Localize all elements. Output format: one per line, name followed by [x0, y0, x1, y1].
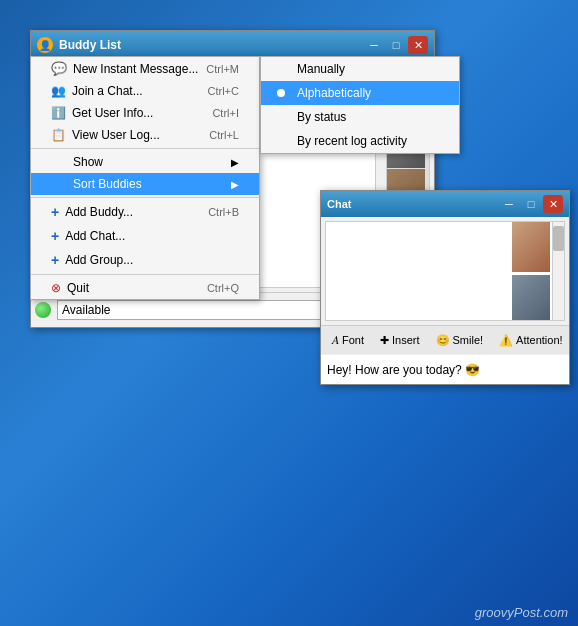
chat-messages-area: [325, 221, 565, 321]
add-group-icon: +: [51, 252, 59, 268]
view-log-label: View User Log...: [72, 128, 160, 142]
smile-button[interactable]: 😊 Smile!: [431, 331, 489, 350]
sort-alphabetically[interactable]: Alphabetically: [261, 81, 459, 105]
font-icon: 𝐴: [332, 333, 339, 347]
chat-input-area: Hey! How are you today? 😎: [321, 354, 569, 384]
separator-2: [31, 197, 259, 198]
menu-add-chat[interactable]: + Add Chat...: [31, 224, 259, 248]
chat-minimize-button[interactable]: ─: [499, 195, 519, 213]
separator-3: [31, 274, 259, 275]
status-indicator: [35, 302, 51, 318]
insert-button[interactable]: ✚ Insert: [375, 331, 425, 350]
quit-icon: ⊗: [51, 281, 61, 295]
close-button[interactable]: ✕: [408, 36, 428, 54]
add-group-label: Add Group...: [65, 253, 133, 267]
sort-alpha-label: Alphabetically: [297, 86, 371, 100]
add-buddy-label: Add Buddy...: [65, 205, 133, 219]
menu-view-log[interactable]: 📋 View User Log... Ctrl+L: [31, 124, 259, 146]
sort-by-activity[interactable]: By recent log activity: [261, 129, 459, 153]
get-info-label: Get User Info...: [72, 106, 153, 120]
chat-window: Chat ─ □ ✕ 𝐴 Font ✚: [320, 190, 570, 385]
chat-titlebar: Chat ─ □ ✕: [321, 191, 569, 217]
menu-show[interactable]: Show ▶: [31, 151, 259, 173]
insert-icon: ✚: [380, 334, 389, 347]
smile-icon: 😊: [436, 334, 450, 347]
attention-button[interactable]: ⚠️ Attention!: [494, 331, 567, 350]
buddy-window-titlebar: 👤 Buddy List ─ □ ✕: [31, 31, 434, 59]
show-arrow: ▶: [231, 157, 239, 168]
buddy-window-icon: 👤: [37, 37, 53, 53]
new-im-shortcut: Ctrl+M: [206, 63, 239, 75]
menu-join-chat[interactable]: 👥 Join a Chat... Ctrl+C: [31, 80, 259, 102]
maximize-button[interactable]: □: [386, 36, 406, 54]
chat-messages: [326, 222, 564, 230]
add-buddy-icon: +: [51, 204, 59, 220]
menu-add-group[interactable]: + Add Group...: [31, 248, 259, 272]
get-info-icon: ℹ️: [51, 106, 66, 120]
get-info-shortcut: Ctrl+I: [212, 107, 239, 119]
menu-get-user-info[interactable]: ℹ️ Get User Info... Ctrl+I: [31, 102, 259, 124]
menu-sort-buddies[interactable]: Sort Buddies ▶: [31, 173, 259, 195]
sort-manually[interactable]: Manually: [261, 57, 459, 81]
font-button[interactable]: 𝐴 Font: [327, 330, 369, 350]
add-chat-label: Add Chat...: [65, 229, 125, 243]
view-log-icon: 📋: [51, 128, 66, 142]
add-chat-icon: +: [51, 228, 59, 244]
chat-title: Chat: [327, 198, 499, 210]
menu-add-buddy[interactable]: + Add Buddy... Ctrl+B: [31, 200, 259, 224]
sort-by-status[interactable]: By status: [261, 105, 459, 129]
menu-new-im[interactable]: 💬 New Instant Message... Ctrl+M: [31, 57, 259, 80]
sort-manually-label: Manually: [297, 62, 345, 76]
chat-maximize-button[interactable]: □: [521, 195, 541, 213]
chat-toolbar: 𝐴 Font ✚ Insert 😊 Smile! ⚠️ Attention!: [321, 325, 569, 354]
quit-shortcut: Ctrl+Q: [207, 282, 239, 294]
sort-status-label: By status: [297, 110, 346, 124]
minimize-button[interactable]: ─: [364, 36, 384, 54]
chat-contact-avatar: [512, 222, 550, 272]
sort-activity-label: By recent log activity: [297, 134, 407, 148]
new-im-icon: 💬: [51, 61, 67, 76]
view-log-shortcut: Ctrl+L: [209, 129, 239, 141]
show-label: Show: [73, 155, 103, 169]
chat-close-button[interactable]: ✕: [543, 195, 563, 213]
buddies-dropdown-menu: 💬 New Instant Message... Ctrl+M 👥 Join a…: [30, 56, 260, 300]
new-im-label: New Instant Message...: [73, 62, 198, 76]
desktop: 👤 Buddy List ─ □ ✕ Buddies Accounts Tool…: [0, 0, 578, 626]
quit-label: Quit: [67, 281, 89, 295]
alpha-bullet: [277, 89, 285, 97]
watermark: groovyPost.com: [475, 605, 568, 620]
attention-icon: ⚠️: [499, 334, 513, 347]
chat-message-text: Hey! How are you today? 😎: [327, 363, 480, 377]
separator-1: [31, 148, 259, 149]
chat-contact-avatar-2: [512, 275, 550, 320]
buddy-window-title: Buddy List: [59, 38, 364, 52]
titlebar-buttons: ─ □ ✕: [364, 36, 428, 54]
add-buddy-shortcut: Ctrl+B: [208, 206, 239, 218]
sort-buddies-arrow: ▶: [231, 179, 239, 190]
join-chat-icon: 👥: [51, 84, 66, 98]
join-chat-shortcut: Ctrl+C: [208, 85, 239, 97]
sort-buddies-label: Sort Buddies: [73, 177, 142, 191]
chat-scrollbar[interactable]: [552, 222, 564, 320]
join-chat-label: Join a Chat...: [72, 84, 143, 98]
chat-titlebar-buttons: ─ □ ✕: [499, 195, 563, 213]
sort-buddies-submenu: Manually Alphabetically By status By rec…: [260, 56, 460, 154]
menu-quit[interactable]: ⊗ Quit Ctrl+Q: [31, 277, 259, 299]
